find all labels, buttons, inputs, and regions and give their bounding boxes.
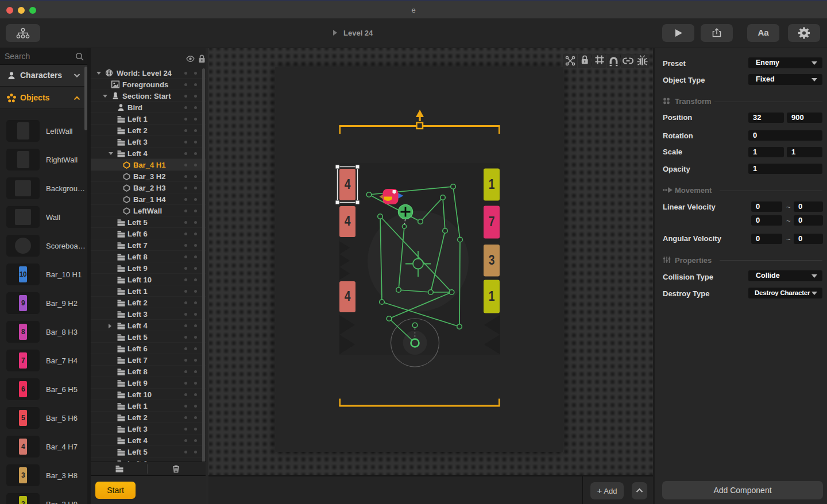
svg-text:4: 4 [345,177,351,192]
svg-text:1: 1 [489,289,495,304]
svg-text:3: 3 [489,253,495,267]
svg-text:7: 7 [489,215,495,230]
svg-text:4: 4 [345,214,351,229]
svg-text:1: 1 [489,177,495,192]
svg-text:4: 4 [345,289,351,304]
